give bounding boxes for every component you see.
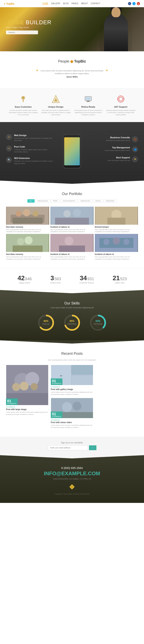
portfolio-item-4: Sed diam nonumy Sed ut perspiciatis unde… (6, 234, 49, 260)
portfolio-item-title-5: Invidunt ut labore et (50, 253, 94, 255)
search-input[interactable] (9, 32, 35, 34)
stat-letters: 21523 Letters Sent (112, 274, 127, 284)
logo[interactable]: ♦ TopBiz (4, 2, 15, 5)
svg-point-17 (16, 211, 22, 217)
svg-text:PHOTOSHOP: PHOTOSHOP (94, 323, 103, 325)
post-desc-vimeo: Lorem ipsum dolor sit amet consectetur a… (51, 424, 93, 428)
facebook-icon[interactable]: f (128, 2, 131, 5)
pure-code-text: Pure Code Ut labore et dolore magna aliq… (14, 146, 54, 153)
portfolio-item-desc-6: Sed ut perspiciatis unde omnis iste natu… (95, 256, 138, 260)
footer-phone: 8 (800) 695-2684 (6, 466, 138, 470)
phone-shape (63, 134, 81, 168)
people-title-normal: People (58, 59, 69, 64)
post-img-vimeo: 01 ECOMMERCE (51, 398, 93, 418)
nav-home[interactable]: HOME (42, 2, 48, 5)
quote-block: " Lorem ipsum dolor sit amet consectetur… (32, 67, 112, 80)
feature-desc-design: Duis aute irure dolor in reprehenderit i… (41, 109, 71, 116)
svg-text:90%: 90% (44, 320, 48, 322)
nav-pages[interactable]: PAGES (71, 2, 78, 5)
portfolio-item-title-6: Invidunt ut labore et (95, 253, 138, 255)
navigation: ♦ TopBiz HOME GALLERY BLOG PAGES ABOUT C… (0, 0, 144, 7)
stat-label-clients: Happy Clients (17, 282, 32, 284)
svg-point-38 (113, 237, 120, 244)
separator-skills-posts (0, 340, 144, 344)
portfolio-img-2 (50, 207, 94, 225)
svg-point-29 (17, 238, 24, 245)
filter-all[interactable]: ALL (27, 199, 35, 203)
dark-services-section: ✏ Web Design Duis aute irure dolor in re… (0, 122, 144, 180)
filter-photography[interactable]: PHOTOGRAPHY (61, 199, 78, 203)
skill-photoshop-circle: 63% PHOTOSHOP (90, 315, 106, 331)
people-title-bold: TopBiz (74, 59, 86, 64)
feature-title-design: Unique Design (41, 106, 71, 108)
newsletter-section: Sign up to our newsletter → (0, 436, 144, 455)
people-title: People TopBiz (12, 59, 132, 64)
nav-gallery[interactable]: GALLERY (51, 2, 60, 5)
svg-point-33 (65, 236, 73, 245)
post-tag-vimeo: ECOMMERCE (51, 419, 93, 421)
skill-photoshop: 63% PHOTOSHOP (90, 315, 106, 332)
portfolio-item-desc-4: Sed ut perspiciatis unde omnis iste natu… (6, 256, 49, 260)
svg-rect-20 (12, 218, 43, 224)
breadcrumb: Home / Pages / Page Builder (6, 26, 51, 28)
pure-code-title: Pure Code (14, 146, 54, 148)
svg-point-19 (33, 211, 39, 217)
svg-text:📷: 📷 (60, 374, 62, 376)
twitter-icon[interactable]: t (133, 2, 136, 5)
seo-text: SEO Extension Excepteur sint occaecat cu… (14, 157, 54, 164)
logo-text: TopBiz (6, 2, 15, 5)
stat-label-letters: Letters Sent (112, 282, 127, 284)
feature-support: 24/7 Support Quisque aliquam tempor blan… (106, 94, 136, 116)
seo-title: SEO Extension (14, 157, 54, 159)
quote-open: " (36, 69, 38, 74)
feature-title-support: 24/7 Support (106, 106, 136, 108)
feature-icon-customize (18, 94, 28, 104)
footer-address: Santa Monica Blvd, Los Angeles, CA 97845… (6, 478, 138, 480)
svg-point-42 (40, 317, 52, 328)
nav-contact[interactable]: CONTACT (91, 2, 100, 5)
stat-num-reviews: 34931 (79, 274, 94, 282)
filter-detail[interactable]: DETAIL (93, 199, 103, 203)
filter-marketing[interactable]: MARKETING (78, 199, 92, 203)
feature-title-customize: Easy Customize (8, 106, 39, 108)
svg-point-66 (31, 383, 38, 390)
svg-point-12 (119, 97, 123, 101)
feature-title-retina: Retina Ready (73, 106, 104, 108)
newsletter-submit-button[interactable]: → (89, 445, 96, 450)
newsletter-email-input[interactable] (48, 445, 88, 450)
woman-head (112, 7, 121, 17)
nav-blog[interactable]: BLOG (63, 2, 69, 5)
feature-icon-support (116, 94, 126, 104)
googleplus-icon[interactable]: g (137, 2, 140, 5)
svg-rect-8 (86, 97, 91, 100)
post-badge-gallery: 01 ECOMMERCE (51, 378, 62, 385)
stat-reviews: 34931 Customer Resous (79, 274, 94, 284)
filter-print[interactable]: PRINT (51, 199, 60, 203)
nav-about[interactable]: ABOUT (81, 2, 88, 5)
feature-icon-design (51, 94, 61, 104)
portfolio-grid: Sed diam nonumy Sed ut perspiciatis unde… (6, 207, 138, 260)
best-support-icon: ⚑ (132, 156, 138, 162)
svg-text:95%: 95% (70, 320, 74, 322)
svg-point-37 (103, 239, 109, 245)
business-desc: Working and support lorem ipsum (106, 139, 130, 142)
portfolio-item-3: Eirmod tempor Sed ut perspiciatis unde o… (95, 207, 138, 233)
filter-branding[interactable]: BRANDING (104, 199, 117, 203)
features-grid: Easy Customize Ut enim ad minim veniam q… (8, 94, 136, 116)
filter-webdesign[interactable]: WEB DESIGN (35, 199, 50, 203)
portfolio-caption-3: Eirmod tempor Sed ut perspiciatis unde o… (95, 226, 138, 233)
post-img-large: 01 ECOMMERCE (6, 365, 48, 405)
portfolio-item-title-2: Invidunt ut labore et (50, 226, 94, 228)
portfolio-caption-5: Invidunt ut labore et Sed ut perspiciati… (50, 253, 94, 260)
best-support-desc: Now consectetur adip lorem elit (108, 159, 130, 162)
portfolio-caption-6: Invidunt ut labore et Sed ut perspiciati… (95, 253, 138, 260)
svg-point-64 (12, 383, 20, 391)
feature-desc-retina: Lorem ipsum dolor sit amet consectet ur … (73, 109, 104, 116)
svg-text:HTML/CSS: HTML/CSS (42, 323, 50, 325)
stats-section: 42846 Happy Clients 3583 Project Done 34… (0, 268, 144, 290)
portfolio-img-3 (95, 207, 138, 225)
dark-section-inner: ✏ Web Design Duis aute irure dolor in re… (0, 130, 144, 172)
posts-desc: Sed ut perspiciatis unde omnis iste natu… (6, 359, 138, 361)
hero-search: ⚲ (6, 30, 38, 34)
svg-text:63%: 63% (96, 320, 100, 322)
